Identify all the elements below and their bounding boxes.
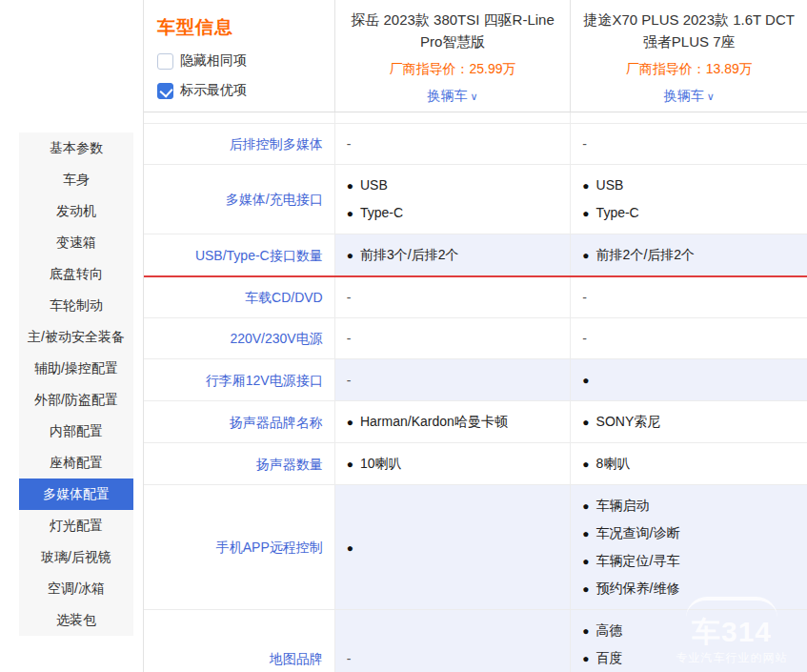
sidebar-item-变速箱[interactable]: 变速箱: [19, 227, 133, 258]
car-name-2: 捷途X70 PLUS 2023款 1.6T DCT 强者PLUS 7座: [583, 9, 794, 52]
row-label-车载CD/DVD[interactable]: 车载CD/DVD: [144, 277, 334, 317]
mark-best-checkbox[interactable]: 标示最优项: [157, 82, 334, 99]
value-dash: -: [347, 645, 571, 672]
bullet-dot-icon: ●: [582, 582, 589, 596]
bullet-dot-icon: ●: [582, 207, 589, 220]
bullet-dot-icon: ●: [582, 555, 589, 568]
value-text: USB: [596, 177, 624, 193]
value-dash: -: [347, 131, 571, 157]
value-cell-car1: -: [334, 359, 571, 400]
table-header-info: 车型信息 隐藏相同项 标示最优项: [144, 0, 334, 112]
row-label-行李厢12V电源接口[interactable]: 行李厢12V电源接口: [144, 359, 334, 400]
value-text: 车况查询/诊断: [596, 525, 680, 540]
partial-cell: [334, 112, 571, 123]
sidebar-item-灯光配置[interactable]: 灯光配置: [19, 510, 133, 541]
row-label-220V/230V电源[interactable]: 220V/230V电源: [144, 318, 334, 358]
value-cell-car2: ●高德●百度●腾讯: [570, 610, 807, 672]
chevron-down-icon: ∨: [471, 91, 478, 102]
value-cell-car1: ●前排3个/后排2个: [334, 234, 571, 275]
bullet-dot-icon: ●: [582, 374, 589, 387]
sidebar-item-多媒体配置[interactable]: 多媒体配置: [19, 479, 133, 510]
value-dash: -: [582, 131, 807, 157]
value-cell-car1: -: [334, 318, 571, 358]
hide-same-checkbox-box[interactable]: [157, 53, 173, 70]
value-item: ●前排3个/后排2个: [347, 241, 571, 269]
value-text: 百度: [596, 650, 623, 665]
table-row: 扬声器数量●10喇叭●8喇叭: [144, 443, 807, 485]
row-label-手机APP远程控制[interactable]: 手机APP远程控制: [144, 485, 334, 609]
bullet-dot-icon: ●: [582, 527, 589, 540]
table-header: 车型信息 隐藏相同项 标示最优项 探岳 2023款 380TSI 四驱R-Lin…: [144, 0, 807, 112]
comparison-table: 车型信息 隐藏相同项 标示最优项 探岳 2023款 380TSI 四驱R-Lin…: [143, 0, 807, 672]
sidebar-item-底盘转向[interactable]: 底盘转向: [19, 258, 133, 290]
value-text: 车辆定位/寻车: [596, 553, 680, 568]
partial-cell: [144, 112, 334, 123]
mark-best-checkbox-box[interactable]: [157, 83, 173, 99]
sidebar-item-车身[interactable]: 车身: [19, 164, 133, 195]
table-body: 后排控制多媒体--多媒体/充电接口●USB●Type-C●USB●Type-CU…: [144, 124, 807, 672]
value-dash: -: [347, 325, 571, 352]
change-car-label-1: 换辆车: [428, 88, 468, 103]
value-cell-car1: -: [334, 610, 571, 672]
row-label-后排控制多媒体[interactable]: 后排控制多媒体: [144, 124, 334, 164]
value-text: 车辆启动: [596, 498, 650, 513]
sidebar-item-空调/冰箱[interactable]: 空调/冰箱: [19, 573, 133, 604]
value-item: ●SONY索尼: [582, 408, 807, 436]
sidebar-item-选装包[interactable]: 选装包: [19, 604, 133, 636]
value-cell-car2: ●车辆启动●车况查询/诊断●车辆定位/寻车●预约保养/维修: [570, 485, 807, 609]
table-row: 多媒体/充电接口●USB●Type-C●USB●Type-C: [144, 165, 807, 234]
bullet-dot-icon: ●: [582, 458, 589, 471]
value-cell-car1: ●Harman/Kardon哈曼卡顿: [334, 401, 571, 442]
bullet-dot-icon: ●: [582, 499, 589, 513]
sidebar-item-内部配置[interactable]: 内部配置: [19, 416, 133, 447]
value-dash: -: [347, 367, 571, 394]
value-cell-car2: ●8喇叭: [570, 443, 807, 484]
change-car-label-2: 换辆车: [664, 88, 704, 103]
value-item: ●: [347, 534, 571, 561]
change-car-link-1[interactable]: 换辆车∨: [428, 88, 478, 105]
car-price-1: 厂商指导价：25.99万: [390, 61, 516, 78]
sidebar-item-外部/防盗配置[interactable]: 外部/防盗配置: [19, 384, 133, 416]
sidebar-item-基本参数[interactable]: 基本参数: [19, 132, 133, 164]
bullet-dot-icon: ●: [347, 249, 353, 262]
price-value-2: 13.89万: [706, 61, 753, 76]
value-text: 预约保养/维修: [596, 580, 680, 596]
row-label-USB/Type-C接口数量[interactable]: USB/Type-C接口数量: [144, 234, 334, 275]
row-label-扬声器品牌名称[interactable]: 扬声器品牌名称: [144, 401, 334, 442]
value-cell-car2: -: [570, 277, 807, 317]
bullet-dot-icon: ●: [347, 416, 353, 429]
value-dash: -: [347, 284, 571, 311]
sidebar-item-辅助/操控配置[interactable]: 辅助/操控配置: [19, 353, 133, 384]
row-label-地图品牌[interactable]: 地图品牌: [144, 610, 334, 672]
value-item: ●Type-C: [347, 199, 571, 227]
row-label-多媒体/充电接口[interactable]: 多媒体/充电接口: [144, 165, 334, 234]
sidebar-item-车轮制动[interactable]: 车轮制动: [19, 290, 133, 321]
value-cell-car2: ●SONY索尼: [570, 401, 807, 442]
value-item: ●8喇叭: [582, 450, 807, 478]
sidebar-item-主/被动安全装备[interactable]: 主/被动安全装备: [19, 321, 133, 353]
value-cell-car1: ●USB●Type-C: [334, 165, 571, 234]
value-text: Harman/Kardon哈曼卡顿: [360, 414, 508, 429]
value-text: 高德: [596, 622, 623, 638]
change-car-link-2[interactable]: 换辆车∨: [664, 88, 715, 105]
page-title: 车型信息: [157, 15, 334, 40]
value-item: ●车辆定位/寻车: [582, 547, 807, 575]
car-price-2: 厂商指导价：13.89万: [626, 61, 753, 78]
value-cell-car1: -: [334, 277, 571, 317]
sidebar-item-发动机[interactable]: 发动机: [19, 195, 133, 227]
hide-same-checkbox-label: 隐藏相同项: [180, 52, 247, 70]
bullet-dot-icon: ●: [347, 207, 353, 220]
table-row: 地图品牌-●高德●百度●腾讯: [144, 610, 807, 672]
hide-same-checkbox[interactable]: 隐藏相同项: [157, 52, 334, 70]
sidebar-item-座椅配置[interactable]: 座椅配置: [19, 447, 133, 479]
mark-best-checkbox-label: 标示最优项: [180, 82, 247, 99]
value-dash: -: [582, 325, 807, 352]
row-label-扬声器数量[interactable]: 扬声器数量: [144, 443, 334, 484]
value-cell-car2: -: [570, 124, 807, 164]
table-row: 后排控制多媒体--: [144, 124, 807, 165]
value-item: ●百度: [582, 644, 807, 672]
sidebar-item-玻璃/后视镜[interactable]: 玻璃/后视镜: [19, 541, 133, 573]
table-row: 手机APP远程控制●●车辆启动●车况查询/诊断●车辆定位/寻车●预约保养/维修: [144, 485, 807, 610]
value-item: ●Type-C: [582, 199, 807, 227]
value-text: Type-C: [360, 205, 403, 220]
